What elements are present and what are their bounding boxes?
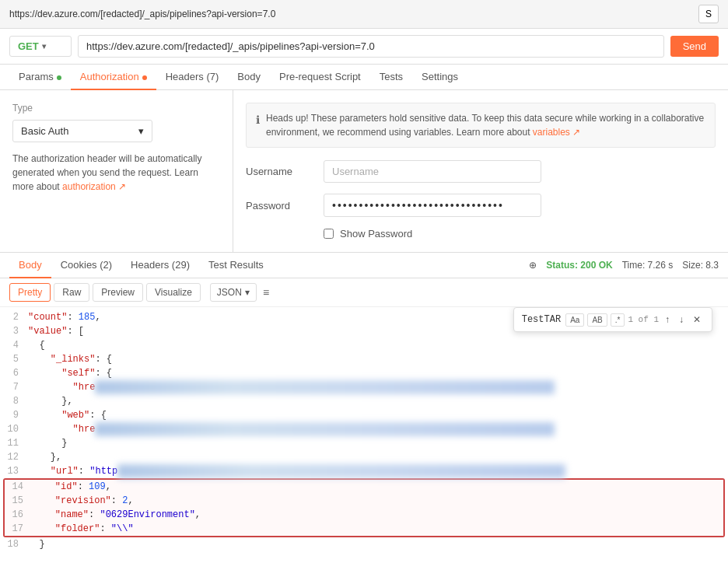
code-line-13: 13 "url": "http [0,464,728,478]
search-close-btn[interactable]: ✕ [690,313,704,327]
tab-headers[interactable]: Headers (7) [156,65,229,90]
params-dot [57,75,61,80]
code-line-9: 9 "web": { [0,408,728,422]
search-popup: TestTAR Aa AB .* 1 of 1 ↑ ↓ ✕ [513,307,712,332]
response-tabs-bar: Body Cookies (2) Headers (29) Test Resul… [0,253,728,278]
password-label: Password [246,200,324,212]
visualize-btn[interactable]: Visualize [146,283,201,302]
type-chevron-icon: ▾ [138,125,144,137]
code-line-15: 15 "revision": 2, [5,494,723,508]
send-button[interactable]: Send [670,36,719,57]
info-icon: ℹ [256,112,260,128]
auth-panel: Type Basic Auth ▾ The authorization head… [0,90,728,252]
network-icon: ⊕ [529,260,537,271]
response-status-bar: ⊕ Status: 200 OK Time: 7.26 s Size: 8.3 [529,260,719,271]
response-tab-body[interactable]: Body [9,253,51,278]
username-input[interactable] [324,160,541,183]
response-tab-testresults[interactable]: Test Results [199,253,273,278]
request-tabs: Params Authorization Headers (7) Body Pr… [0,65,728,90]
viewer-toolbar: Pretty Raw Preview Visualize JSON ▾ ≡ [0,278,728,307]
type-label: Type [12,103,220,114]
highlight-box: 14 "id": 109, 15 "revision": 2, 16 "name… [3,478,725,537]
tab-tests[interactable]: Tests [370,65,412,90]
code-line-4: 4 { [0,338,728,352]
password-row: Password [246,194,716,217]
auth-type-select[interactable]: Basic Auth ▾ [12,120,152,142]
tab-prerequest[interactable]: Pre-request Script [270,65,370,90]
time-text: Time: 7.26 s [622,260,674,271]
show-password-row: Show Password [246,228,716,240]
search-whole-word-btn[interactable]: AB [587,313,607,327]
response-tabs-left: Body Cookies (2) Headers (29) Test Resul… [9,253,273,278]
search-prev-btn[interactable]: ↑ [662,313,673,327]
preview-btn[interactable]: Preview [93,283,143,302]
code-line-5: 5 "_links": { [0,352,728,366]
tab-params[interactable]: Params [9,65,71,90]
format-chevron-icon: ▾ [245,287,250,298]
username-label: Username [246,166,324,177]
code-line-16: 16 "name": "0629Environment", [5,508,723,522]
tab-authorization[interactable]: Authorization [71,65,156,90]
search-query: TestTAR [522,314,561,325]
body-section: Body Cookies (2) Headers (29) Test Resul… [0,252,728,554]
method-select[interactable]: GET ▾ [9,36,72,57]
pretty-btn[interactable]: Pretty [9,283,51,302]
response-tab-cookies[interactable]: Cookies (2) [51,253,121,278]
search-next-btn[interactable]: ↓ [676,313,687,327]
search-regex-btn[interactable]: .* [611,313,625,327]
method-chevron-icon: ▾ [42,42,46,51]
code-line-12: 12 }, [0,450,728,464]
code-line-10: 10 "hre [0,422,728,436]
auth-dot [142,75,147,80]
code-line-14: 14 "id": 109, [5,480,723,494]
search-case-btn[interactable]: Aa [565,313,584,327]
top-bar: https://dev.azure.com/[redacted]/_apis/p… [0,0,728,29]
raw-btn[interactable]: Raw [54,283,89,302]
size-text: Size: 8.3 [682,260,719,271]
status-text: Status: 200 OK [546,260,612,271]
code-line-18: 18 } [0,537,728,551]
url-input[interactable] [78,35,664,58]
top-bar-url: https://dev.azure.com/[redacted]/_apis/p… [9,9,275,19]
code-area: TestTAR Aa AB .* 1 of 1 ↑ ↓ ✕ 2 "count":… [0,307,728,554]
variables-link[interactable]: variables ↗ [533,127,580,138]
show-password-label[interactable]: Show Password [340,228,412,240]
code-line-17: 17 "folder": "\\" [5,522,723,536]
code-line-6: 6 "self": { [0,366,728,380]
code-line-8: 8 }, [0,394,728,408]
save-button[interactable]: S [698,5,719,23]
auth-description: The authorization header will be automat… [12,152,220,194]
tab-settings[interactable]: Settings [412,65,467,90]
tab-body[interactable]: Body [228,65,270,90]
code-line-11: 11 } [0,436,728,450]
search-controls: Aa AB .* 1 of 1 ↑ ↓ ✕ [565,313,704,327]
info-banner: ℹ Heads up! These parameters hold sensit… [246,103,716,148]
format-select[interactable]: JSON ▾ [210,283,257,302]
auth-right: ℹ Heads up! These parameters hold sensit… [233,90,728,252]
code-line-7: 7 "hre [0,380,728,394]
match-info: 1 of 1 [628,315,659,324]
show-password-checkbox[interactable] [324,229,334,239]
username-row: Username [246,160,716,183]
request-bar: GET ▾ Send [0,29,728,65]
wrap-icon[interactable]: ≡ [263,286,269,299]
password-input[interactable] [324,194,541,217]
response-tab-headers[interactable]: Headers (29) [121,253,199,278]
auth-left: Type Basic Auth ▾ The authorization head… [0,90,233,252]
auth-link[interactable]: authorization ↗ [62,181,126,192]
